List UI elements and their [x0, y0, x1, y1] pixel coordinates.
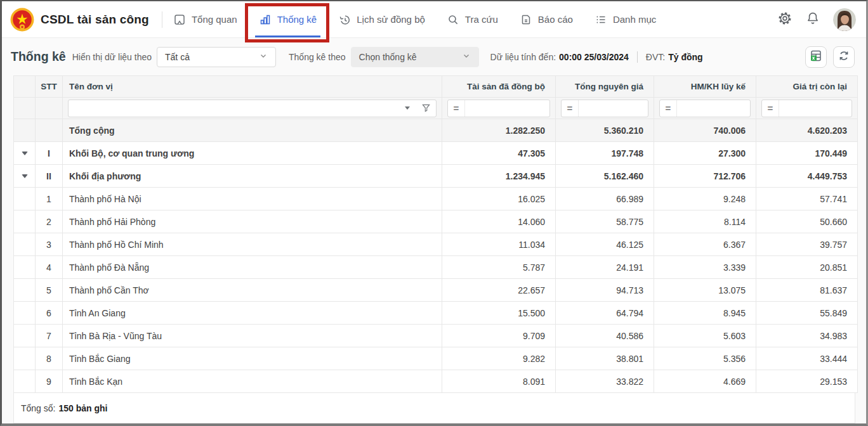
- bar-chart-icon: [259, 13, 272, 26]
- tab-tra-cuu[interactable]: Tra cứu: [436, 1, 509, 37]
- total-value: 150 bản ghi: [58, 403, 107, 413]
- toolbar-buttons: [805, 46, 855, 68]
- table-filter-row: = = = =: [14, 98, 858, 119]
- display-filter-label: Hiển thị dữ liệu theo: [72, 52, 152, 62]
- col-gia-tri-con-lai[interactable]: Giá trị còn lại: [756, 76, 858, 98]
- table-row[interactable]: Tổng cộng 1.282.250 5.360.210 740.006 4.…: [14, 119, 858, 142]
- toolbar: Thống kê Hiển thị dữ liệu theo Tất cả Th…: [2, 38, 866, 75]
- chevron-down-icon: [259, 51, 268, 62]
- info-divider: [637, 51, 638, 63]
- gear-icon: [777, 11, 792, 28]
- table-row[interactable]: 8 Tỉnh Bắc Giang 9.282 38.801 5.356 33.4…: [14, 347, 858, 370]
- remaining-filter-input[interactable]: =: [761, 100, 852, 117]
- table-row[interactable]: II Khối địa phương 1.234.945 5.162.460 7…: [14, 165, 858, 188]
- display-filter-select[interactable]: Tất cả: [157, 47, 276, 67]
- filter-funnel-icon[interactable]: [421, 103, 431, 113]
- col-tong-nguyen-gia[interactable]: Tổng nguyên giá: [556, 76, 654, 98]
- tab-bao-cao[interactable]: Báo cáo: [509, 1, 584, 37]
- report-icon: [520, 13, 532, 26]
- app-title: CSDL tài sản công: [41, 13, 149, 27]
- tab-thong-ke[interactable]: Thống kê: [248, 1, 328, 37]
- table-row[interactable]: 9 Tỉnh Bắc Kạn 8.091 33.822 4.669 29.153: [14, 370, 858, 393]
- header-actions: [777, 8, 856, 31]
- excel-icon: [810, 49, 822, 64]
- avatar[interactable]: [833, 8, 856, 31]
- export-excel-button[interactable]: [805, 46, 827, 68]
- col-stt[interactable]: STT: [36, 76, 63, 98]
- tab-tong-quan[interactable]: Tổng quan: [162, 1, 248, 37]
- name-filter-input[interactable]: [68, 100, 437, 117]
- accum-filter-input[interactable]: =: [659, 100, 751, 117]
- table-row[interactable]: 5 Thành phố Cần Thơ 22.657 94.713 13.075…: [14, 279, 858, 302]
- table-row[interactable]: 2 Thành phố Hải Phòng 14.060 58.775 8.11…: [14, 210, 858, 233]
- original-filter-input[interactable]: =: [561, 100, 648, 117]
- list-icon: [595, 13, 607, 26]
- table-row[interactable]: 4 Thành phố Đà Nẵng 5.787 24.191 3.339 2…: [14, 256, 858, 279]
- app-logo: [10, 8, 34, 32]
- col-tai-san-da-dong-bo[interactable]: Tài sản đã đồng bộ: [442, 76, 556, 98]
- settings-button[interactable]: [777, 11, 792, 28]
- table-row[interactable]: 7 Tỉnh Bà Rịa - Vũng Tàu 9.709 40.586 5.…: [14, 325, 858, 347]
- table-row[interactable]: 1 Thành phố Hà Nội 16.025 66.989 9.248 5…: [14, 188, 858, 210]
- history-icon: [338, 13, 351, 26]
- bell-icon: [805, 11, 820, 28]
- data-as-of: Dữ liệu tính đến: 00:00 25/03/2024 ĐVT: …: [490, 51, 703, 63]
- tab-danh-muc[interactable]: Danh mục: [584, 1, 667, 37]
- filter-caret-icon[interactable]: [405, 106, 410, 110]
- stat-filter-label: Thống kê theo: [289, 52, 346, 62]
- tab-lich-su-dong-bo[interactable]: Lịch sử đồng bộ: [327, 1, 436, 37]
- collapse-icon[interactable]: [22, 174, 28, 178]
- table-row[interactable]: 6 Tỉnh An Giang 15.500 64.794 8.945 55.8…: [14, 302, 858, 325]
- col-ten-don-vi[interactable]: Tên đơn vị: [63, 76, 442, 98]
- notifications-button[interactable]: [805, 11, 820, 28]
- total-label: Tổng số:: [21, 403, 55, 413]
- app-header: CSDL tài sản công Tổng quan: [2, 1, 866, 38]
- col-hm-kh-luy-ke[interactable]: HM/KH lũy kế: [654, 76, 756, 98]
- synced-filter-input[interactable]: =: [447, 100, 550, 117]
- chevron-down-icon: [462, 51, 471, 62]
- table-footer: Tổng số: 150 bản ghi: [13, 393, 855, 423]
- page-title: Thống kê: [11, 49, 66, 64]
- collapse-icon[interactable]: [22, 152, 28, 155]
- refresh-icon: [838, 50, 850, 63]
- table-header-row: STT Tên đơn vị Tài sản đã đồng bộ Tổng n…: [14, 76, 858, 98]
- table-row[interactable]: 3 Thành phố Hồ Chí Minh 11.034 46.125 6.…: [14, 233, 858, 256]
- app-window: CSDL tài sản công Tổng quan: [0, 0, 868, 426]
- main-nav: Tổng quan Thống kê: [162, 1, 667, 37]
- stat-filter-select[interactable]: Chọn thống kê: [351, 47, 479, 67]
- search-icon: [447, 13, 459, 26]
- overview-icon: [173, 13, 186, 26]
- refresh-button[interactable]: [833, 46, 855, 68]
- statistics-table: STT Tên đơn vị Tài sản đã đồng bộ Tổng n…: [2, 75, 866, 423]
- col-expand: [14, 76, 36, 98]
- table-row[interactable]: I Khối Bộ, cơ quan trung ương 47.305 197…: [14, 142, 858, 165]
